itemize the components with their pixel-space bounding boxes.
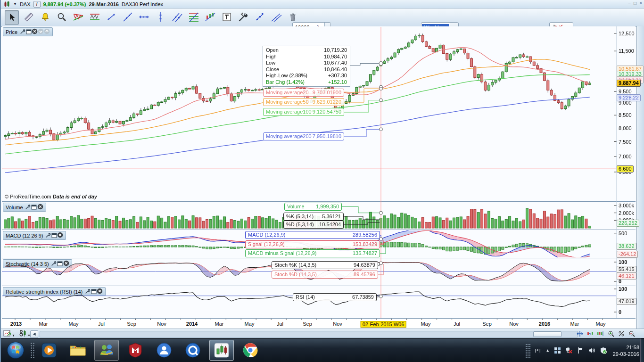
time-axis-label: Nov	[333, 321, 342, 327]
ma-label-box[interactable]: Moving average1009,120.54750	[263, 108, 344, 116]
panel-settings-button[interactable]	[45, 232, 51, 238]
alert-tool[interactable]	[39, 10, 52, 24]
stoch-label-box[interactable]: Stoch %K (14,3,5)94.63879	[272, 261, 378, 269]
rsi-label-box[interactable]: RSI (14)67.73859	[293, 293, 377, 301]
macd-label-box[interactable]: MACD minus Signal (12,26,9)135.74827	[245, 249, 380, 257]
tooltip-row: Bar Chg (1.42%)+152.10	[266, 79, 347, 86]
ma-label-box[interactable]: Moving average209,703.01900	[263, 89, 344, 97]
network-disconnected-icon[interactable]	[565, 347, 573, 354]
tray-language[interactable]: PT	[535, 348, 542, 354]
panel-move-down-button[interactable]	[38, 28, 44, 34]
app-blue-ring-taskbar-button[interactable]	[181, 340, 205, 361]
panel-detach-button[interactable]	[51, 232, 57, 238]
system-tray: PT▲21:5829-03-2016	[525, 338, 639, 362]
panel-close-button[interactable]	[32, 28, 38, 34]
macd-label-box[interactable]: Signal (12,26,9)153.83429	[245, 240, 380, 248]
panel-settings-button[interactable]	[51, 261, 57, 266]
window-close-button[interactable]: ×	[639, 0, 642, 6]
chrome-taskbar-button[interactable]	[238, 340, 263, 361]
media-player-taskbar-button[interactable]	[37, 340, 61, 361]
horizontal-scrollbar[interactable]	[40, 331, 578, 337]
start-button[interactable]	[3, 340, 28, 361]
time-axis-label: Mar	[39, 321, 48, 327]
candles-expand-icon[interactable]	[586, 330, 594, 337]
v-line-tool[interactable]	[154, 10, 167, 24]
zoom-tool[interactable]	[55, 10, 68, 24]
ma-label-box[interactable]: Moving average509,629.01220	[263, 98, 344, 106]
panel-settings-button[interactable]	[25, 204, 31, 210]
tray-expand-arrow-icon[interactable]: ▲	[546, 348, 550, 353]
volume-label-box[interactable]: Volume1,999,350	[284, 203, 342, 211]
rsi-label-box-label: RSI (14)	[296, 294, 315, 301]
chart-style-small-icon[interactable]: ▼	[19, 329, 31, 337]
chart-export-icon[interactable]: ▼	[3, 329, 15, 337]
panel-settings-button[interactable]	[84, 288, 91, 294]
panel-detach-button[interactable]	[91, 288, 97, 294]
instrument-candle-icon[interactable]	[4, 1, 10, 8]
volume-icon[interactable]	[588, 347, 595, 354]
h-segment-tool[interactable]	[138, 10, 151, 24]
fibonacci-tool[interactable]	[187, 10, 200, 24]
explorer-taskbar-button[interactable]	[66, 340, 90, 361]
messenger-taskbar-button[interactable]	[94, 340, 119, 361]
tooltip-value: 10,984.70	[324, 54, 347, 60]
win-squares-icon[interactable]	[554, 347, 561, 354]
panel-detach-button[interactable]	[57, 261, 63, 266]
panel-close-button[interactable]	[63, 260, 69, 266]
rsi-panel-header: Relative strength index (RSI) (14)	[3, 287, 106, 296]
drawing-tools-tool[interactable]	[237, 10, 250, 24]
wave-candles-tool[interactable]	[204, 10, 217, 24]
zoom-percent-icon[interactable]	[618, 330, 625, 337]
scroll-left-button[interactable]: ◀	[30, 330, 38, 338]
pattern-down-tool[interactable]	[72, 10, 85, 24]
pointer-tool[interactable]	[5, 10, 19, 25]
stoch-label-box[interactable]: Stoch %D (14,3,5)89.45796	[272, 271, 378, 279]
macd-label-box[interactable]: MACD (12,26,9)289.58256	[245, 231, 380, 239]
zoom-out-icon[interactable]	[628, 330, 636, 337]
flag-icon[interactable]	[577, 347, 584, 354]
panel-detach-button[interactable]	[25, 29, 32, 34]
tray-overflow-dots[interactable]	[525, 344, 531, 358]
tray-clock[interactable]: 21:5829-03-2016	[613, 344, 639, 357]
panel-detach-button[interactable]	[31, 204, 37, 210]
time-axis: 2013MarMayJulSepNov2014MarMayJulSepNov02…	[2, 318, 636, 329]
dots-line-tool[interactable]	[253, 10, 266, 24]
panel-move-up-button[interactable]	[44, 28, 50, 34]
panel-close-button[interactable]	[97, 288, 103, 294]
parallel-tool[interactable]	[171, 10, 184, 24]
mcafee-taskbar-button[interactable]	[123, 340, 148, 361]
pan-arrows-icon[interactable]	[576, 330, 584, 337]
rsi-panel[interactable]: Relative strength index (RSI) (14)	[2, 286, 636, 318]
time-axis-label: May	[69, 321, 79, 327]
info-icon[interactable]: i	[33, 1, 41, 8]
zoom-in-icon[interactable]	[607, 330, 615, 337]
candles-compress-icon[interactable]	[597, 330, 604, 337]
panel-close-button[interactable]	[57, 232, 63, 238]
ma-label-box-label: Moving average50	[266, 99, 309, 106]
prorealtime-taskbar-button[interactable]	[209, 340, 234, 361]
panel-settings-button[interactable]	[19, 29, 25, 34]
time-axis-label: 02-Feb-2015 W06	[361, 321, 406, 328]
text-tool[interactable]	[220, 10, 233, 24]
stoch-label-box-label: Stoch %D (14,3,5)	[274, 271, 317, 278]
window-maximize-button[interactable]: □	[634, 0, 636, 6]
instrument-dropdown-caret[interactable]: ▼	[13, 2, 17, 6]
ruler-tool[interactable]	[22, 10, 35, 24]
panel-close-button[interactable]	[37, 204, 43, 209]
app-blue-person-taskbar-button[interactable]	[152, 340, 176, 361]
macd-label-box-label: Signal (12,26,9)	[248, 241, 285, 248]
volume-label-box[interactable]: %K (5,3,14)-5.36121	[283, 213, 344, 221]
horizontal-scrollbar-thumb[interactable]	[533, 331, 561, 337]
show-desktop-button[interactable]	[640, 338, 644, 362]
ma-label-box[interactable]: Moving average2007,950.19810	[263, 132, 344, 140]
segment-tool[interactable]	[105, 10, 118, 24]
time-axis-label: May	[596, 321, 606, 327]
pattern-flat-tool[interactable]	[88, 10, 101, 24]
time-axis-label: 2014	[186, 321, 198, 327]
volume-label-box[interactable]: %D (5,3,14)-10.54204	[283, 221, 344, 229]
line-tool[interactable]	[121, 10, 134, 24]
update-shield-icon[interactable]	[600, 347, 607, 354]
parallel2-tool[interactable]	[270, 10, 283, 24]
vertical-scrollbar[interactable]	[636, 26, 644, 329]
window-minimize-button[interactable]: −	[628, 0, 631, 6]
